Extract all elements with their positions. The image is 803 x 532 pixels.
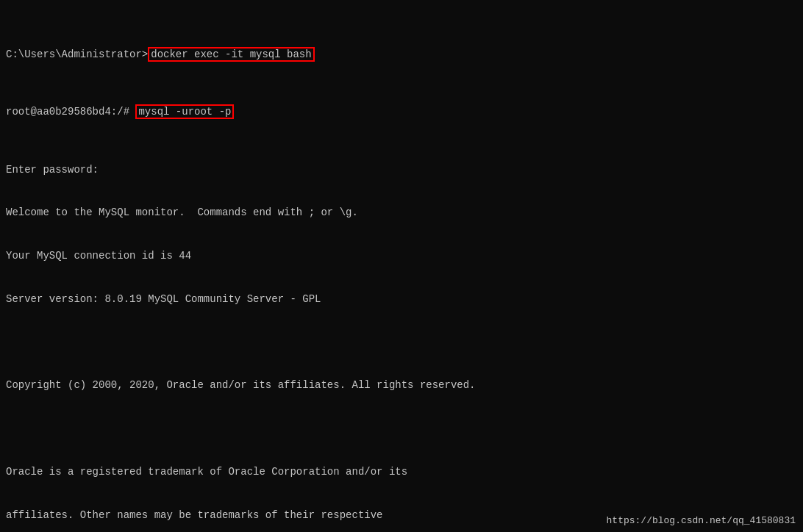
line-enter-password: Enter password: [6,163,797,178]
line-copyright: Copyright (c) 2000, 2020, Oracle and/or … [6,378,797,393]
prompt-text: C:\Users\Administrator> [6,48,148,60]
line-connection-id: Your MySQL connection id is 44 [6,249,797,264]
highlight-mysql-login: mysql -uroot -p [135,104,234,119]
footer-link: https://blog.csdn.net/qq_41580831 [607,514,796,528]
line-blank2 [6,422,797,436]
root-prompt: root@aa0b29586bd4:/# [6,106,129,118]
line-welcome: Welcome to the MySQL monitor. Commands e… [6,206,797,220]
highlight-docker-exec: docker exec -it mysql bash [148,47,314,62]
line-server-version: Server version: 8.0.19 MySQL Community S… [6,292,797,307]
line-oracle1: Oracle is a registered trademark of Orac… [6,465,797,480]
line-mysql-login: root@aa0b29586bd4:/# mysql -uroot -p [6,105,797,120]
terminal-window: C:\Users\Administrator>docker exec -it m… [6,4,797,532]
line-blank1 [6,336,797,351]
line-docker-exec: C:\Users\Administrator>docker exec -it m… [6,48,797,62]
